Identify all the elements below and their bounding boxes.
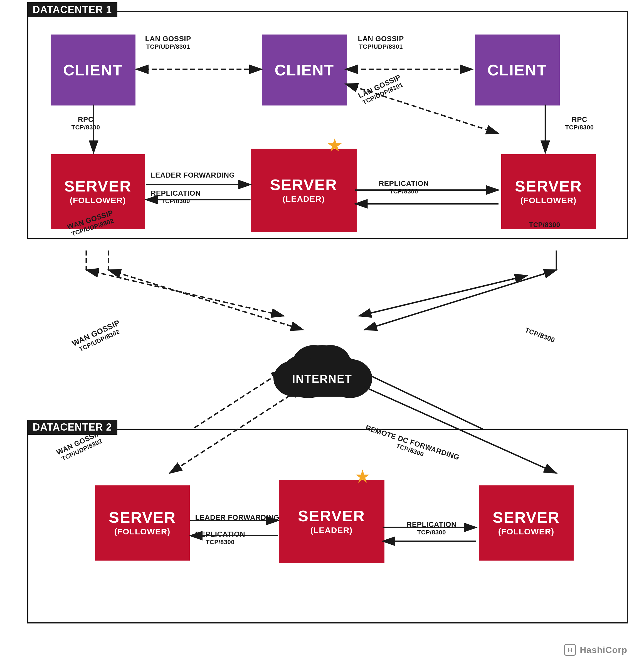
replication-label-dc2-1: REPLICATION TCP/8300 bbox=[195, 530, 245, 546]
datacenter-2-label: DATACENTER 2 bbox=[27, 420, 118, 435]
server-3-node: SERVER (FOLLOWER) bbox=[501, 154, 596, 229]
server-2-label: SERVER bbox=[270, 177, 337, 193]
server-3-label: SERVER bbox=[515, 178, 582, 194]
client-2-label: CLIENT bbox=[274, 62, 334, 78]
hashicorp-logo: H HashiCorp bbox=[563, 643, 627, 657]
replication-label-1: REPLICATION TCP/8300 bbox=[151, 189, 201, 205]
client-3-node: CLIENT bbox=[475, 34, 560, 106]
server-2-subtitle: (LEADER) bbox=[283, 194, 325, 204]
datacenter-2: DATACENTER 2 WAN GOSSIP TCP/UDP/8302 REM… bbox=[27, 429, 628, 623]
server-6-subtitle: (FOLLOWER) bbox=[498, 527, 554, 536]
rpc-label-1: RPC TCP/8300 bbox=[72, 115, 100, 131]
server-4-node: SERVER (FOLLOWER) bbox=[95, 485, 190, 561]
svg-text:H: H bbox=[568, 647, 572, 654]
server-4-subtitle: (FOLLOWER) bbox=[114, 527, 171, 536]
server-4-label: SERVER bbox=[109, 510, 176, 525]
leader-forwarding-label-2: LEADER FORWARDING bbox=[195, 513, 280, 522]
server-5-label: SERVER bbox=[298, 508, 365, 524]
client-1-label: CLIENT bbox=[63, 62, 123, 78]
server-6-node: SERVER (FOLLOWER) bbox=[479, 485, 574, 561]
datacenter-1: DATACENTER 1 CLIENT CLIENT CLIENT LAN GO… bbox=[27, 11, 628, 239]
server-6-label: SERVER bbox=[493, 510, 560, 525]
hashicorp-icon: H bbox=[563, 643, 577, 657]
client-2-node: CLIENT bbox=[262, 34, 347, 106]
server-2-node: ★ SERVER (LEADER) bbox=[251, 149, 357, 232]
remote-dc-label: REMOTE DC FORWARDING TCP/8300 bbox=[362, 423, 460, 469]
tcp8300-right-label: TCP/8300 bbox=[524, 326, 556, 344]
server-1-label: SERVER bbox=[64, 178, 131, 194]
client-1-node: CLIENT bbox=[51, 34, 136, 106]
leader-forwarding-label-1: LEADER FORWARDING bbox=[151, 171, 235, 180]
wan-gossip-dc1-label: WAN GOSSIP TCP/UDP/8302 bbox=[70, 318, 124, 355]
lan-gossip-label-3: LAN GOSSIP TCP/UDP/8301 bbox=[357, 73, 405, 107]
replication-label-dc2-2: REPLICATION TCP/8300 bbox=[407, 520, 457, 536]
replication-label-2: REPLICATION TCP/8300 bbox=[379, 179, 429, 195]
client-3-label: CLIENT bbox=[487, 62, 547, 78]
lan-gossip-label-1: LAN GOSSIP TCP/UDP/8301 bbox=[145, 34, 191, 50]
server-1-subtitle: (FOLLOWER) bbox=[70, 196, 126, 205]
server-5-node: ★ SERVER (LEADER) bbox=[279, 480, 384, 563]
datacenter-1-label: DATACENTER 1 bbox=[27, 2, 118, 17]
internet-label: INTERNET bbox=[292, 373, 352, 385]
server-5-subtitle: (LEADER) bbox=[311, 526, 352, 535]
tcp8300-dc1-label: TCP/8300 bbox=[529, 221, 560, 229]
internet-cloud: INTERNET bbox=[267, 320, 378, 404]
hashicorp-text: HashiCorp bbox=[580, 645, 627, 655]
server-3-subtitle: (FOLLOWER) bbox=[520, 196, 577, 205]
lan-gossip-label-2: LAN GOSSIP TCP/UDP/8301 bbox=[358, 34, 404, 50]
rpc-label-3: RPC TCP/8300 bbox=[565, 115, 594, 131]
